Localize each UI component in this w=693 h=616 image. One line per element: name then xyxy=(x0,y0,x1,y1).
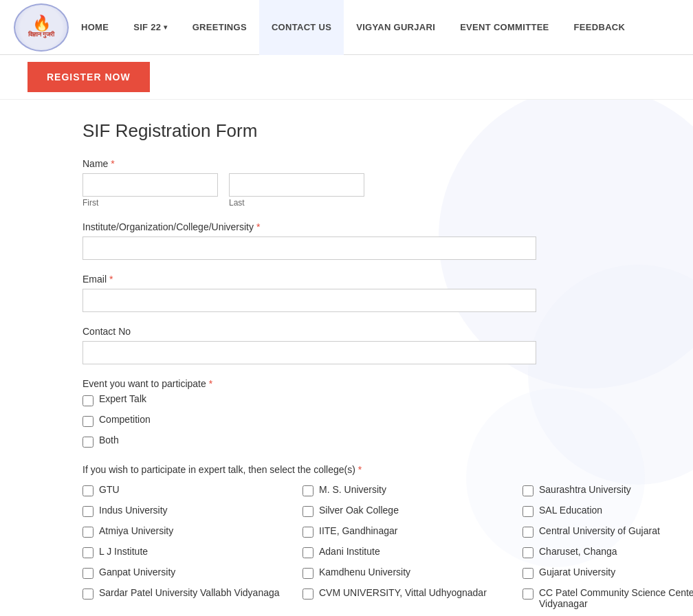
college-item-indus: Indus University xyxy=(82,505,296,520)
colleges-grid: GTUM. S. UniversitySaurashtra University… xyxy=(82,484,536,613)
register-now-button[interactable]: REGISTER NOW xyxy=(28,62,150,92)
nav-links: HOME SIF 22 ▾ GREETINGS CONTACT US VIGYA… xyxy=(69,0,679,55)
college-label-lj: L J Institute xyxy=(99,546,148,557)
college-checkbox-gtu[interactable] xyxy=(82,485,94,496)
college-label-cc-patel: CC Patel Community Science Center, Valla… xyxy=(539,587,693,609)
college-item-adani: Adani Institute xyxy=(302,546,516,561)
college-checkbox-ms-university[interactable] xyxy=(302,485,314,496)
college-checkbox-cvm[interactable] xyxy=(302,588,314,600)
college-required: * xyxy=(358,464,362,475)
register-row: REGISTER NOW xyxy=(0,55,693,100)
institute-input[interactable] xyxy=(82,236,536,260)
navbar: 🔥 विज्ञान गुजरी HOME SIF 22 ▾ GREETINGS … xyxy=(0,0,693,55)
college-checkbox-sardar[interactable] xyxy=(82,588,94,600)
college-label-atmiya: Atmiya University xyxy=(99,525,173,536)
college-label-central-gujarat: Central University of Gujarat xyxy=(539,525,660,536)
college-item-kamdhenu: Kamdhenu University xyxy=(302,566,516,582)
contact-label: Contact No xyxy=(82,326,536,337)
event-option-expert-talk: Expert Talk xyxy=(82,393,536,408)
nav-vigyan[interactable]: VIGYAN GURJARI xyxy=(344,0,448,55)
college-item-lj: L J Institute xyxy=(82,546,296,561)
college-label-iite: IITE, Gandhinagar xyxy=(319,525,397,536)
institute-field-group: Institute/Organization/College/Universit… xyxy=(82,221,536,260)
college-item-iite: IITE, Gandhinagar xyxy=(302,525,516,540)
email-input[interactable] xyxy=(82,289,536,312)
college-label-adani: Adani Institute xyxy=(319,546,380,557)
institute-label: Institute/Organization/College/Universit… xyxy=(82,221,536,232)
main-content: SIF Registration Form Name * First Last xyxy=(0,100,693,616)
institute-required: * xyxy=(256,221,260,232)
college-item-saurashtra: Saurashtra University xyxy=(522,484,693,499)
nav-event-committee[interactable]: EVENT COMMITTEE xyxy=(448,0,561,55)
last-name-input[interactable] xyxy=(229,173,364,197)
college-checkbox-iite[interactable] xyxy=(302,527,314,538)
college-item-cvm: CVM UNIVERSITY, Vittal Udhyognadar xyxy=(302,587,516,613)
college-checkbox-silver-oak[interactable] xyxy=(302,506,314,517)
college-checkbox-central-gujarat[interactable] xyxy=(522,527,534,538)
college-item-silver-oak: Silver Oak College xyxy=(302,505,516,520)
college-item-central-gujarat: Central University of Gujarat xyxy=(522,525,693,540)
name-row: First Last xyxy=(82,173,536,208)
college-label-kamdhenu: Kamdhenu University xyxy=(319,566,410,578)
college-item-atmiya: Atmiya University xyxy=(82,525,296,540)
college-label-ganpat: Ganpat University xyxy=(99,566,175,578)
name-label: Name * xyxy=(82,158,536,169)
college-field-group: If you wish to participate in expert tal… xyxy=(82,463,536,613)
email-label: Email * xyxy=(82,274,536,285)
college-label-sardar: Sardar Patel University Vallabh Vidyanag… xyxy=(99,587,280,598)
last-name-label: Last xyxy=(229,198,364,208)
event-option-competition: Competition xyxy=(82,414,536,429)
logo-text: विज्ञान गुजरी xyxy=(28,31,55,38)
college-item-gujarat-university: Gujarat University xyxy=(522,566,693,582)
college-label-gujarat-university: Gujarat University xyxy=(539,566,615,578)
event-option-both: Both xyxy=(82,434,536,450)
first-name-col: First xyxy=(82,173,218,208)
college-label-silver-oak: Silver Oak College xyxy=(319,505,399,516)
contact-input[interactable] xyxy=(82,341,536,364)
nav-contact[interactable]: CONTACT US xyxy=(259,0,344,55)
college-item-ms-university: M. S. University xyxy=(302,484,516,499)
nav-greetings[interactable]: GREETINGS xyxy=(180,0,259,55)
college-checkbox-gujarat-university[interactable] xyxy=(522,568,534,579)
college-checkbox-sal[interactable] xyxy=(522,506,534,517)
college-checkbox-saurashtra[interactable] xyxy=(522,485,534,496)
college-label-cvm: CVM UNIVERSITY, Vittal Udhyognadar xyxy=(319,587,487,598)
email-required: * xyxy=(109,274,113,285)
college-item-sardar: Sardar Patel University Vallabh Vidyanag… xyxy=(82,587,296,613)
college-checkbox-charuset[interactable] xyxy=(522,547,534,558)
name-required: * xyxy=(111,158,114,169)
first-name-label: First xyxy=(82,198,218,208)
college-item-charuset: Charuset, Changa xyxy=(522,546,693,561)
nav-feedback[interactable]: FEEDBACK xyxy=(562,0,638,55)
college-item-gtu: GTU xyxy=(82,484,296,499)
both-label: Both xyxy=(99,434,119,446)
college-checkbox-cc-patel[interactable] xyxy=(522,588,534,600)
event-label: Event you want to participate * xyxy=(82,378,536,389)
email-field-group: Email * xyxy=(82,274,536,312)
logo[interactable]: 🔥 विज्ञान गुजरी xyxy=(14,3,69,52)
nav-sif22[interactable]: SIF 22 ▾ xyxy=(121,0,179,55)
college-label-sal: SAL Education xyxy=(539,505,602,516)
college-checkbox-ganpat[interactable] xyxy=(82,568,94,579)
last-name-col: Last xyxy=(229,173,364,208)
contact-field-group: Contact No xyxy=(82,326,536,364)
college-label-indus: Indus University xyxy=(99,505,168,516)
college-label-gtu: GTU xyxy=(99,484,120,495)
college-checkbox-kamdhenu[interactable] xyxy=(302,568,314,579)
event-checkbox-group: Expert Talk Competition Both xyxy=(82,393,536,450)
college-checkbox-indus[interactable] xyxy=(82,506,94,517)
first-name-input[interactable] xyxy=(82,173,218,197)
college-item-cc-patel: CC Patel Community Science Center, Valla… xyxy=(522,587,693,613)
college-label-charuset: Charuset, Changa xyxy=(539,546,617,557)
competition-checkbox[interactable] xyxy=(82,416,94,427)
nav-home[interactable]: HOME xyxy=(69,0,121,55)
expert-talk-label: Expert Talk xyxy=(99,393,146,404)
form-title: SIF Registration Form xyxy=(82,120,536,142)
college-item-ganpat: Ganpat University xyxy=(82,566,296,582)
college-checkbox-atmiya[interactable] xyxy=(82,527,94,538)
college-checkbox-lj[interactable] xyxy=(82,547,94,558)
college-checkbox-adani[interactable] xyxy=(302,547,314,558)
both-checkbox[interactable] xyxy=(82,437,94,448)
expert-talk-checkbox[interactable] xyxy=(82,395,94,406)
college-item-sal: SAL Education xyxy=(522,505,693,520)
